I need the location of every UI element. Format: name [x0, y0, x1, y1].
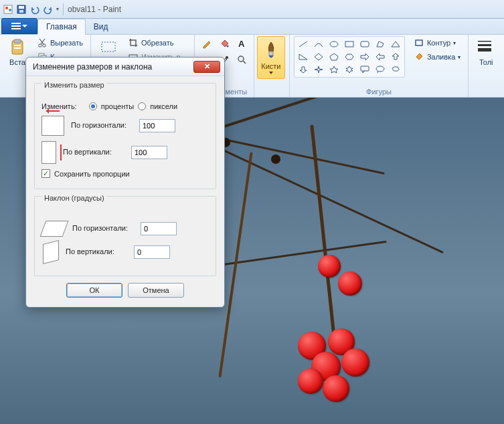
size-button[interactable]: Толі: [473, 36, 499, 68]
select-button[interactable]: [95, 36, 122, 59]
shape-oval[interactable]: [327, 38, 341, 50]
chevron-down-icon: [269, 72, 273, 74]
shape-rect[interactable]: [342, 38, 357, 50]
tab-view[interactable]: Вид: [86, 19, 116, 34]
skew-fieldset: Наклон (градусы) По горизонтали: По верт…: [34, 196, 216, 276]
svg-rect-24: [361, 41, 369, 47]
radio-pixels[interactable]: [138, 102, 146, 110]
svg-rect-5: [19, 10, 23, 13]
shape-pentagon[interactable]: [327, 51, 341, 63]
clipboard-icon: [8, 38, 27, 57]
keep-aspect-checkbox[interactable]: [41, 169, 50, 178]
tool-fill[interactable]: [216, 36, 232, 51]
svg-point-22: [330, 41, 338, 47]
brushes-button[interactable]: Кисти: [257, 36, 285, 79]
svg-rect-7: [14, 39, 21, 43]
shape-hexagon[interactable]: [342, 51, 357, 63]
outline-button[interactable]: Контур▾: [410, 36, 464, 49]
dialog-title: Изменение размеров и наклона: [33, 62, 152, 72]
shape-rtriangle[interactable]: [296, 51, 311, 63]
lineweight-icon: [477, 38, 495, 57]
svg-rect-14: [102, 42, 115, 51]
redo-icon[interactable]: [43, 4, 54, 15]
shape-callout-cloud[interactable]: [388, 64, 403, 76]
paint-app-icon: [3, 4, 13, 15]
svg-point-19: [226, 56, 228, 59]
radio-pixels-label: пиксели: [150, 102, 177, 110]
svg-rect-29: [478, 44, 491, 46]
shape-diamond[interactable]: [311, 51, 326, 63]
radio-percent[interactable]: [89, 102, 97, 110]
skew-horizontal-input[interactable]: [141, 222, 177, 235]
shape-gallery[interactable]: [294, 36, 405, 78]
resize-horizontal-icon: [41, 116, 64, 136]
svg-rect-27: [416, 40, 422, 45]
shape-callout-oval[interactable]: [373, 64, 388, 76]
skew-legend: Наклон (градусы): [41, 194, 107, 202]
shape-triangle[interactable]: [388, 38, 403, 50]
shape-star6[interactable]: [342, 64, 357, 76]
svg-rect-4: [19, 6, 24, 9]
svg-rect-28: [478, 41, 491, 42]
skew-vertical-label: По вертикали:: [66, 247, 127, 256]
tool-zoom[interactable]: [234, 52, 250, 67]
resize-vertical-label: По вертикали:: [63, 148, 124, 156]
shape-arrow-r[interactable]: [357, 51, 372, 63]
keep-aspect-label: Сохранить пропорции: [54, 170, 130, 178]
radio-percent-label: проценты: [101, 102, 135, 110]
titlebar: ▾ obval11 - Paint: [0, 0, 504, 19]
svg-rect-30: [478, 48, 491, 51]
close-icon: ✕: [204, 62, 210, 71]
shape-polygon[interactable]: [373, 38, 388, 50]
svg-rect-23: [345, 41, 353, 47]
tool-pencil[interactable]: [199, 36, 215, 51]
close-button[interactable]: ✕: [193, 61, 220, 73]
skew-horizontal-label: По горизонтали:: [72, 224, 134, 233]
shape-line[interactable]: [296, 38, 311, 50]
shape-callout-rect[interactable]: [357, 64, 372, 76]
cut-button[interactable]: Вырезать: [33, 36, 86, 49]
svg-point-26: [376, 66, 384, 72]
svg-rect-8: [14, 45, 21, 46]
dialog-titlebar[interactable]: Изменение размеров и наклона ✕: [26, 58, 224, 76]
shape-star4[interactable]: [311, 64, 326, 76]
save-icon[interactable]: [16, 4, 27, 15]
shape-roundrect[interactable]: [357, 38, 372, 50]
svg-point-1: [5, 7, 8, 9]
tool-text[interactable]: A: [234, 36, 250, 51]
group-brushes: Кисти: [254, 35, 290, 97]
svg-point-11: [43, 44, 46, 47]
svg-point-16: [226, 45, 228, 47]
shape-arrow-u[interactable]: [388, 51, 403, 63]
outline-icon: [414, 37, 424, 48]
resize-skew-dialog: Изменение размеров и наклона ✕ Изменить …: [25, 57, 225, 308]
resize-vertical-icon: [41, 141, 56, 164]
crop-button[interactable]: Обрезать: [124, 36, 190, 49]
ribbon-tabs: Главная Вид: [0, 19, 504, 35]
svg-rect-25: [361, 66, 369, 71]
shape-curve[interactable]: [311, 38, 326, 50]
scissors-icon: [37, 37, 48, 48]
resize-legend: Изменить размер: [41, 81, 107, 89]
shape-star5[interactable]: [327, 64, 341, 76]
fill-button[interactable]: Заливка▾: [410, 50, 464, 64]
crop-icon: [128, 37, 139, 48]
cancel-button[interactable]: Отмена: [128, 283, 184, 298]
skew-vertical-input[interactable]: [134, 245, 170, 259]
shape-arrow-l[interactable]: [373, 51, 388, 63]
svg-rect-21: [269, 51, 273, 56]
svg-point-10: [39, 44, 41, 47]
file-menu-button[interactable]: [1, 18, 37, 34]
tab-home[interactable]: Главная: [37, 19, 86, 35]
group-shapes-label: Фигуры: [294, 86, 464, 97]
shape-arrow-d[interactable]: [296, 64, 311, 76]
resize-vertical-input[interactable]: [131, 146, 167, 159]
resize-horizontal-input[interactable]: [139, 119, 175, 132]
svg-rect-9: [14, 47, 21, 49]
undo-icon[interactable]: [29, 4, 40, 15]
resize-fieldset: Изменить размер Изменить: проценты пиксе…: [34, 83, 216, 189]
select-rect-icon: [99, 38, 118, 57]
ok-button[interactable]: ОК: [66, 283, 122, 298]
qat-dropdown-icon[interactable]: ▾: [56, 6, 59, 12]
resize-horizontal-label: По горизонтали:: [71, 121, 133, 130]
